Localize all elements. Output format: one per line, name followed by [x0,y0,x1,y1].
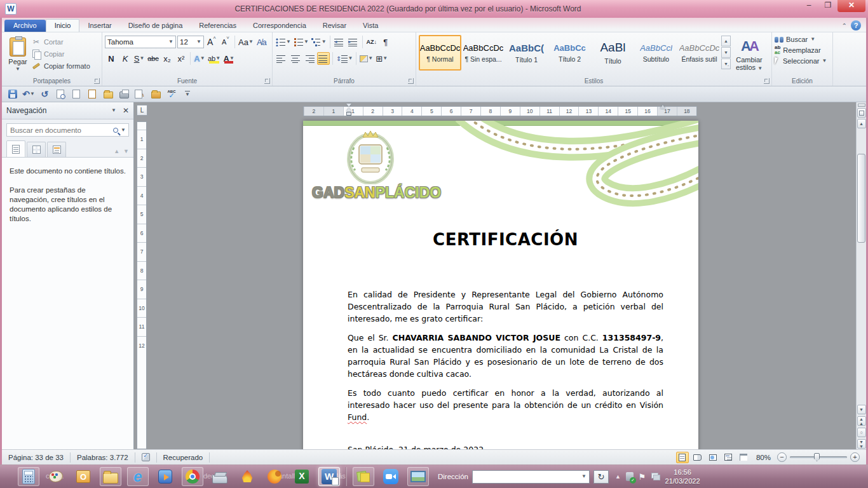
horizontal-ruler[interactable]: 21 12345678910111213141516 1718 [303,106,697,116]
styles-gallery-expand[interactable]: ▼̱ [721,58,731,69]
draft-view-button[interactable] [737,452,750,463]
bullets-button[interactable]: ▼ [275,36,292,48]
justify-button[interactable] [317,52,330,65]
navigation-menu-icon[interactable]: ▼ [111,108,116,113]
navigation-close-icon[interactable]: ✕ [123,106,129,115]
recovered-status[interactable]: Recuperado [157,450,210,464]
address-refresh-button[interactable]: ↻ [593,470,609,484]
taskbar-zoom[interactable] [380,467,402,486]
indent-markers[interactable] [346,104,352,116]
tab-vista[interactable]: Vista [355,20,386,32]
zoom-in-button[interactable]: + [850,452,860,462]
network-icon[interactable] [651,473,660,480]
next-page-button[interactable]: ▼▼ [857,439,866,449]
style-subtitulo[interactable]: AaBbCclSubtítulo [635,35,677,71]
taskbar-scanner[interactable] [209,467,231,486]
align-right-button[interactable] [303,52,316,65]
save-button[interactable] [7,88,18,100]
print-preview-button[interactable] [55,88,66,100]
taskbar-media-player[interactable] [154,467,176,486]
paste-button[interactable]: Pegar ▼ [4,34,31,75]
tab-diseno[interactable]: Diseño de página [120,20,191,32]
address-input[interactable] [473,473,579,480]
open-button[interactable] [102,88,114,100]
strikethrough-button[interactable]: abc [147,52,159,65]
paragraph-dialog-launcher[interactable] [408,78,414,84]
select-button[interactable]: Seleccionar▼ [775,57,830,65]
help-icon[interactable]: ? [851,20,861,30]
navigation-search-input[interactable] [7,126,113,134]
taskbar-chrome[interactable] [182,467,203,486]
italic-button[interactable]: K [119,52,132,65]
nav-tab-pages[interactable] [27,142,46,157]
tab-revisar[interactable]: Revisar [315,20,355,32]
print-layout-view-button[interactable] [676,452,689,463]
style-titulo[interactable]: AaBlTítulo [592,35,634,71]
taskbar-file-explorer[interactable] [100,467,121,486]
search-icon[interactable] [113,128,118,133]
action-center-flag-icon[interactable]: ⚑ [639,472,646,482]
numbering-button[interactable]: ▼ [293,36,309,48]
new-document-button[interactable] [71,88,82,100]
font-color-button[interactable]: A▼ [222,52,235,65]
hanging-indent-marker[interactable] [346,108,351,111]
multilevel-list-button[interactable]: ▼ [311,36,327,48]
scrollbar-thumb[interactable] [857,154,865,243]
nav-tab-results[interactable] [47,142,66,157]
font-size-combo[interactable]: 12▼ [177,36,204,48]
shrink-font-button[interactable]: A˅ [219,36,232,48]
align-left-button[interactable] [275,52,288,65]
zoom-slider-thumb[interactable] [814,453,820,461]
proofing-status[interactable] [135,450,156,464]
undo-button[interactable]: ↶▼ [23,88,34,100]
subscript-button[interactable]: x₂ [161,52,173,65]
show-marks-button[interactable]: ¶ [379,36,392,48]
borders-button[interactable]: ⊞▼ [375,52,388,65]
style-sin-espaciado[interactable]: AaBbCcDc¶ Sin espa... [462,35,505,71]
font-dialog-launcher[interactable] [264,78,270,84]
web-layout-view-button[interactable] [707,452,719,463]
highlight-color-button[interactable]: ab▼ [207,52,221,65]
tab-selector-button[interactable]: L [137,105,147,116]
replace-button[interactable]: abacReemplazar [775,45,830,55]
taskbar-firefox[interactable] [264,467,285,486]
scroll-up-button[interactable]: ▲ [857,119,866,128]
taskbar-paint[interactable] [45,467,67,486]
tab-correspondencia[interactable]: Correspondencia [245,20,315,32]
increase-indent-button[interactable] [347,36,360,48]
change-styles-button[interactable]: AA Cambiarestilos ▼ [731,34,768,75]
styles-dialog-launcher[interactable] [764,78,770,84]
tab-archivo[interactable]: Archivo [4,20,46,32]
clear-formatting-button[interactable]: A̸a [255,36,268,48]
change-case-button[interactable]: Aa▼ [238,36,254,48]
zoom-slider-track[interactable] [790,456,847,458]
taskbar-internet-explorer[interactable]: e [127,467,149,486]
zoom-out-button[interactable]: − [777,452,787,462]
ruler-toggle-button[interactable] [857,108,866,118]
document-page[interactable]: GADSANPLÁCIDO CERTIFICACIÓN En calidad d… [303,121,698,449]
taskbar-word[interactable]: W [318,467,340,486]
first-line-indent-marker[interactable] [346,104,351,107]
word-count[interactable]: Palabras: 3.772 [71,450,135,464]
styles-scroll-down[interactable]: ▼ [721,47,731,58]
select-browse-object-button[interactable]: ○ [857,428,866,437]
vertical-ruler[interactable]: 123456789101112 [137,121,147,449]
find-button[interactable]: Buscar▼ [775,36,830,43]
redo-button[interactable]: ↺ [39,88,50,100]
fullscreen-reading-view-button[interactable] [691,452,704,463]
left-indent-marker[interactable] [346,112,351,116]
split-handle[interactable] [858,104,865,107]
zoom-level[interactable]: 80% [752,454,775,461]
address-dropdown-icon[interactable]: ▼ [579,474,589,479]
restore-button[interactable]: ❐ [818,0,837,12]
scrollbar-track[interactable] [857,128,867,403]
cut-button[interactable]: ✂Cortar [31,37,90,47]
nav-next-icon[interactable]: ▼ [123,148,129,154]
tray-expand-icon[interactable]: ▲ [615,473,621,480]
taskbar-sticky-notes[interactable] [353,467,374,486]
nav-previous-icon[interactable]: ▲ [114,148,119,154]
right-indent-marker[interactable] [660,105,665,109]
attach-button[interactable] [86,88,98,100]
style-titulo-2[interactable]: AaBbCcTítulo 2 [548,35,591,71]
taskbar-outlook[interactable]: O [72,467,94,486]
